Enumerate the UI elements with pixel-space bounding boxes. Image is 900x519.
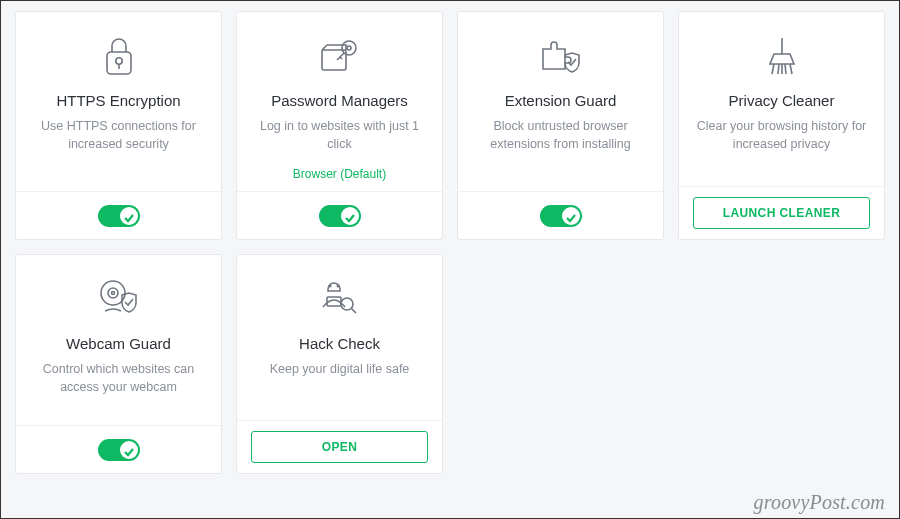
- card-password-managers: Password Managers Log in to websites wit…: [236, 11, 443, 240]
- card-footer: [237, 191, 442, 239]
- card-title: Webcam Guard: [66, 335, 171, 352]
- card-desc: Control which websites can access your w…: [30, 360, 207, 396]
- svg-line-7: [340, 57, 342, 59]
- svg-point-18: [337, 286, 338, 287]
- card-body: Hack Check Keep your digital life safe: [237, 255, 442, 420]
- svg-point-1: [115, 58, 121, 64]
- check-icon: [344, 210, 356, 222]
- card-title: Password Managers: [271, 92, 408, 109]
- card-desc: Use HTTPS connections for increased secu…: [30, 117, 207, 153]
- card-footer: [16, 191, 221, 239]
- svg-rect-0: [107, 52, 131, 74]
- toggle-extension-guard[interactable]: [540, 205, 582, 227]
- check-icon: [123, 210, 135, 222]
- toggle-webcam-guard[interactable]: [98, 439, 140, 461]
- card-footer: OPEN: [237, 420, 442, 473]
- card-title: Hack Check: [299, 335, 380, 352]
- check-icon: [123, 444, 135, 456]
- toggle-https-encryption[interactable]: [98, 205, 140, 227]
- card-extension-guard: Extension Guard Block untrusted browser …: [457, 11, 664, 240]
- card-footer: LAUNCH CLEANER: [679, 186, 884, 239]
- card-body: Privacy Cleaner Clear your browsing hist…: [679, 12, 884, 186]
- svg-line-21: [351, 308, 356, 313]
- card-body: Webcam Guard Control which websites can …: [16, 255, 221, 425]
- svg-point-15: [108, 288, 118, 298]
- card-title: Privacy Cleaner: [729, 92, 835, 109]
- puzzle-shield-icon: [537, 32, 585, 80]
- card-privacy-cleaner: Privacy Cleaner Clear your browsing hist…: [678, 11, 885, 240]
- hacker-icon: [316, 275, 364, 323]
- card-desc: Keep your digital life safe: [270, 360, 410, 378]
- svg-line-9: [772, 64, 774, 74]
- check-icon: [565, 210, 577, 222]
- card-desc: Clear your browsing history for increase…: [693, 117, 870, 153]
- card-webcam-guard: Webcam Guard Control which websites can …: [15, 254, 222, 474]
- card-desc: Log in to websites with just 1 click: [251, 117, 428, 153]
- card-title: HTTPS Encryption: [56, 92, 180, 109]
- svg-point-17: [329, 286, 330, 287]
- card-body: Extension Guard Block untrusted browser …: [458, 12, 663, 191]
- svg-rect-3: [322, 50, 346, 70]
- card-body: HTTPS Encryption Use HTTPS connections f…: [16, 12, 221, 191]
- open-button[interactable]: OPEN: [251, 431, 428, 463]
- launch-cleaner-button[interactable]: LAUNCH CLEANER: [693, 197, 870, 229]
- svg-point-4: [342, 41, 356, 55]
- toggle-password-managers[interactable]: [319, 205, 361, 227]
- card-https-encryption: HTTPS Encryption Use HTTPS connections f…: [15, 11, 222, 240]
- lock-icon: [100, 32, 138, 80]
- key-icon: [317, 32, 363, 80]
- feature-grid: HTTPS Encryption Use HTTPS connections f…: [1, 1, 899, 484]
- webcam-shield-icon: [95, 275, 143, 323]
- card-body: Password Managers Log in to websites wit…: [237, 12, 442, 191]
- card-footer: [16, 425, 221, 473]
- card-title: Extension Guard: [505, 92, 617, 109]
- card-extra-link[interactable]: Browser (Default): [293, 167, 386, 181]
- svg-point-16: [111, 292, 114, 295]
- svg-line-11: [785, 64, 786, 74]
- svg-line-12: [790, 64, 792, 74]
- svg-line-10: [778, 64, 779, 74]
- watermark: groovyPost.com: [754, 491, 885, 514]
- svg-point-5: [347, 46, 351, 50]
- broom-icon: [762, 32, 802, 80]
- card-footer: [458, 191, 663, 239]
- card-desc: Block untrusted browser extensions from …: [472, 117, 649, 153]
- card-hack-check: Hack Check Keep your digital life safe O…: [236, 254, 443, 474]
